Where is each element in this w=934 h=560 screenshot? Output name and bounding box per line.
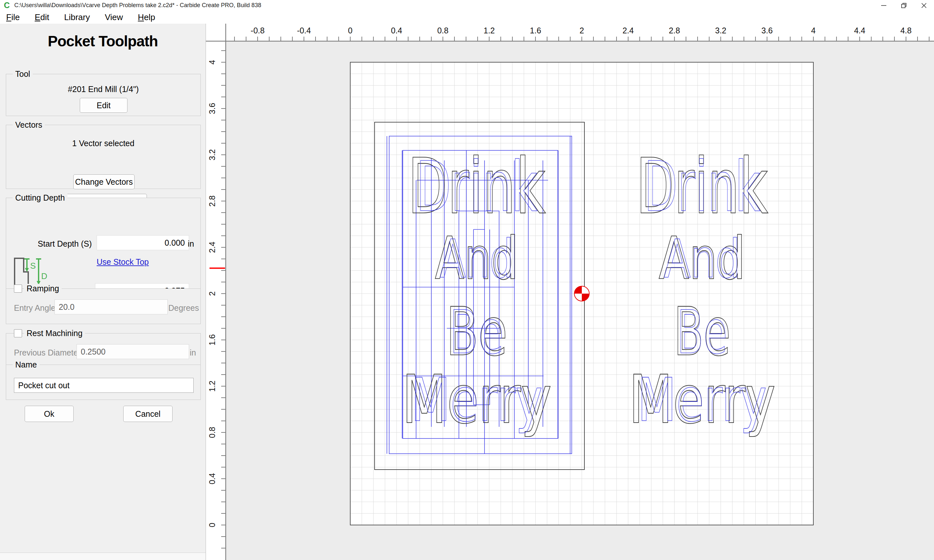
entry-angle-unit: Degrees: [168, 303, 199, 313]
x-ruler-label: 0.4: [391, 26, 402, 35]
ramping-checkbox[interactable]: [14, 285, 22, 292]
x-ruler-label: -0.4: [297, 26, 311, 35]
app-logo-icon: C: [4, 0, 10, 11]
entry-angle-label: Entry Angle: [14, 303, 55, 313]
menu-item-library[interactable]: Library: [59, 12, 95, 22]
y-ruler-label: 4: [208, 60, 217, 65]
y-ruler-label: 2.4: [208, 242, 217, 253]
vector-text-toolpath: And: [440, 228, 513, 289]
y-ruler-label: 0.4: [208, 473, 217, 485]
y-ruler-label: 2.8: [208, 195, 217, 207]
vector-text-toolpath: Drink: [644, 147, 760, 227]
panel-bottom-edge: [0, 552, 206, 560]
y-ruler-label: 0: [208, 523, 217, 527]
cutting-depth-group: Cutting Depth Start Depth (S) 0.000 in U…: [6, 198, 201, 292]
use-stock-top-link[interactable]: Use Stock Top: [97, 257, 149, 267]
vectors-group: Vectors 1 Vector selected Change Vectors…: [6, 125, 201, 189]
vectors-group-label: Vectors: [13, 120, 45, 130]
tool-group: Tool #201 End Mill (1/4") Edit: [6, 74, 201, 116]
x-ruler-label: -0.8: [251, 26, 265, 35]
x-ruler-label: 2.4: [622, 26, 634, 35]
menu-item-edit[interactable]: Edit: [30, 12, 54, 22]
previous-diameter-unit: in: [190, 348, 196, 357]
name-group: Name Pocket cut out: [6, 365, 201, 400]
vector-text-toolpath: Merry: [411, 365, 543, 435]
tool-group-label: Tool: [13, 69, 33, 79]
restore-button[interactable]: [894, 0, 914, 11]
ramping-group: Ramping Entry Angle 20.0 Degrees: [6, 288, 201, 324]
close-icon: [920, 2, 928, 9]
close-button[interactable]: [914, 0, 934, 11]
edit-tool-button[interactable]: Edit: [80, 98, 128, 113]
menu-item-help[interactable]: Help: [133, 12, 160, 22]
cancel-button[interactable]: Cancel: [123, 406, 173, 422]
x-ruler-label: 1.6: [530, 26, 541, 35]
window-title: C:\Users\willa\Downloads\Vcarve Depth Pr…: [14, 2, 261, 9]
origin-marker: [574, 286, 589, 301]
cutting-depth-group-label: Cutting Depth: [13, 193, 68, 203]
vector-text-toolpath: Be: [677, 297, 727, 367]
menu-item-view[interactable]: View: [100, 12, 128, 22]
window-controls: [874, 0, 934, 11]
menu-item-file[interactable]: File: [1, 12, 25, 22]
title-bar: C C:\Users\willa\Downloads\Vcarve Depth …: [0, 0, 934, 11]
y-ruler-label: 3.2: [208, 149, 217, 160]
rest-machining-label: Rest Machining: [24, 329, 85, 338]
x-ruler-label: 0: [348, 26, 353, 35]
diagram-s-label: S: [30, 261, 35, 271]
design-canvas[interactable]: -0.8-0.400.40.81.21.622.42.83.23.644.44.…: [206, 24, 934, 560]
x-ruler-label: 4.8: [900, 26, 912, 35]
x-ruler-label: 2.8: [669, 26, 680, 35]
start-depth-unit: in: [188, 239, 194, 249]
minimize-button[interactable]: [874, 0, 894, 11]
toolpath-name-input[interactable]: Pocket cut out: [14, 378, 194, 393]
y-ruler-label: 0.8: [208, 427, 217, 438]
pocket-toolpath-panel: Pocket Toolpath Tool #201 End Mill (1/4"…: [0, 24, 206, 560]
x-ruler-label: 4.4: [854, 26, 865, 35]
start-depth-label: Start Depth (S): [7, 239, 92, 249]
vector-selected-status: 1 Vector selected: [6, 139, 200, 148]
y-ruler-label: 1.6: [208, 334, 217, 345]
x-ruler-label: 2: [580, 26, 584, 35]
vector-text-toolpath: Merry: [638, 365, 767, 435]
x-ruler-label: 3.6: [761, 26, 773, 35]
vector-text-toolpath: Be: [450, 297, 504, 367]
y-ruler-label: 1.2: [208, 380, 217, 392]
x-ruler-label: 3.2: [715, 26, 726, 35]
minimize-icon: [880, 2, 887, 9]
vector-text-toolpath: And: [664, 228, 740, 289]
entry-angle-input: 20.0: [54, 300, 168, 314]
previous-diameter-input: 0.2500: [77, 344, 189, 359]
x-ruler-label: 1.2: [484, 26, 495, 35]
x-ruler-label: 4: [811, 26, 815, 35]
x-ruler-label: 0.8: [437, 26, 449, 35]
change-vectors-button[interactable]: Change Vectors: [73, 174, 134, 189]
rest-machining-checkbox[interactable]: [14, 329, 22, 337]
start-depth-input[interactable]: 0.000: [97, 235, 189, 250]
selected-tool-label: #201 End Mill (1/4"): [6, 85, 200, 94]
page-title: Pocket Toolpath: [0, 32, 206, 50]
vector-text-toolpath: Drink: [416, 147, 537, 227]
ramping-label: Ramping: [24, 284, 62, 293]
diagram-d-label: D: [41, 271, 47, 281]
previous-diameter-label: Previous Diameter: [14, 348, 81, 357]
ok-button[interactable]: Ok: [25, 406, 74, 422]
x-ruler-labels: -0.8-0.400.40.81.21.622.42.83.23.644.44.…: [251, 26, 912, 35]
name-group-label: Name: [13, 360, 40, 369]
menu-bar: FileEditLibraryViewHelp: [0, 11, 934, 24]
restore-icon: [900, 2, 908, 9]
y-ruler-label: 2: [208, 291, 217, 296]
y-ruler-label: 3.6: [208, 103, 217, 114]
